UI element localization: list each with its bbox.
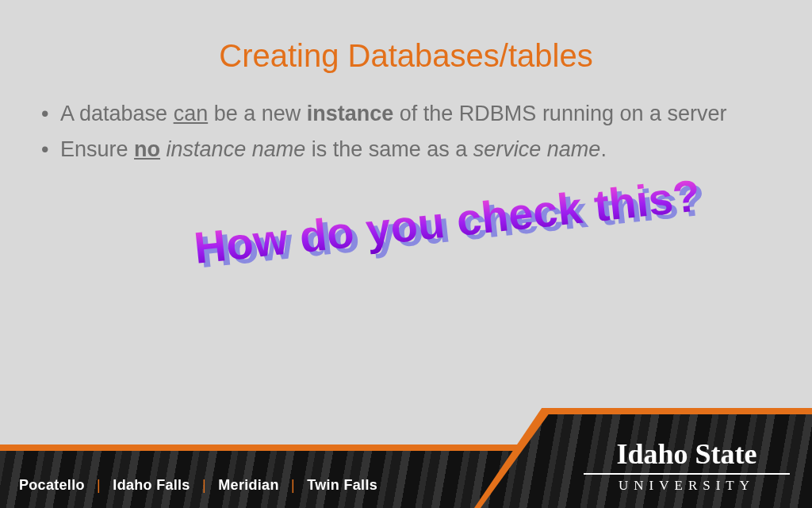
bullet-2: Ensure no instance name is the same as a… <box>38 136 774 164</box>
text <box>160 137 167 161</box>
text: is the same as a <box>305 137 473 161</box>
text: . <box>600 137 607 161</box>
text: A database <box>60 102 174 125</box>
campus-4: Twin Falls <box>307 477 377 493</box>
bullet-1: A database can be a new instance of the … <box>38 100 774 128</box>
logo-text: Idaho State UNIVERSITY <box>584 440 790 494</box>
callout-wordart: How do you check this? How do you check … <box>192 169 703 274</box>
bullet-list: A database can be a new instance of the … <box>38 100 774 171</box>
slide-title: Creating Databases/tables <box>0 38 812 74</box>
text: Ensure <box>60 137 134 161</box>
campus-3: Meridian <box>218 477 278 493</box>
separator: | <box>202 477 206 493</box>
logo-line2: UNIVERSITY <box>584 478 790 494</box>
campus-list: Pocatello | Idaho Falls | Meridian | Twi… <box>19 477 377 494</box>
separator: | <box>291 477 295 493</box>
text-underlined: can <box>174 102 209 125</box>
text-bold-underlined: no <box>134 137 160 161</box>
text-bold: instance <box>307 102 394 125</box>
separator: | <box>97 477 101 493</box>
text-italic: service name <box>473 137 601 161</box>
callout-text: How do you check this? <box>192 170 703 273</box>
footer: Pocatello | Idaho Falls | Meridian | Twi… <box>0 444 812 508</box>
text-italic: instance name <box>167 137 306 161</box>
slide: Creating Databases/tables A database can… <box>0 0 812 508</box>
text: of the RDBMS running on a server <box>393 102 726 125</box>
text: be a new <box>208 102 307 125</box>
university-logo: Idaho State UNIVERSITY <box>542 413 812 508</box>
logo-line1: Idaho State <box>584 440 790 468</box>
campus-2: Idaho Falls <box>113 477 190 493</box>
logo-divider <box>584 473 790 475</box>
campus-1: Pocatello <box>19 477 85 493</box>
